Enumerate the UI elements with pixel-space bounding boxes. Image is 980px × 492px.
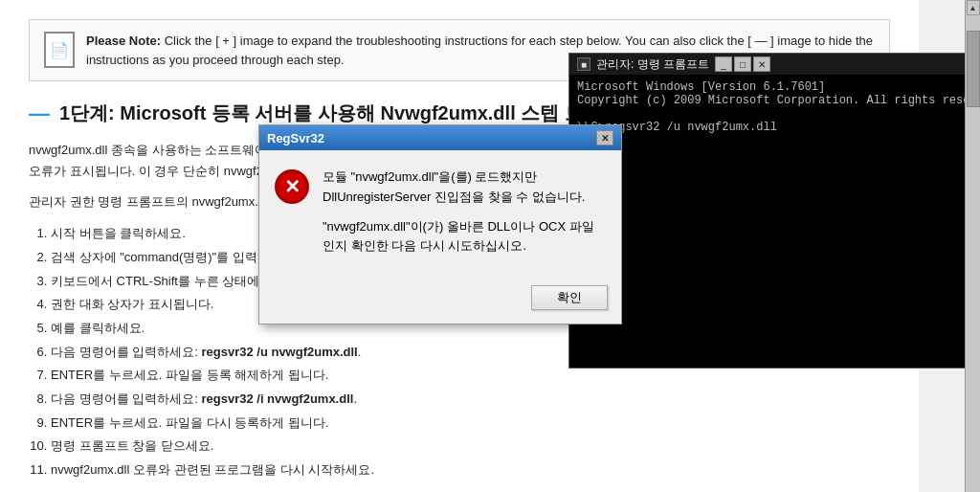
scrollbar-thumb[interactable] [967,31,980,107]
dialog-controls: ✕ [596,130,613,145]
cmd-line-2: Copyright (c) 2009 Microsoft Corporation… [577,94,971,107]
cmd-title: 관리자: 명령 프롬프트 [596,56,709,73]
dialog-titlebar: RegSvr32 ✕ [259,125,621,150]
list-item: 명령 프롬프트 창을 닫으세요. [51,435,890,458]
error-icon: ✕ [275,169,309,204]
dialog-ok-button[interactable]: 확인 [531,285,608,310]
list-item: nvwgf2umx.dll 오류와 관련된 프로그램을 다시 시작하세요. [51,458,890,482]
list-item: ENTER를 누르세요. 파일을 다시 등록하게 됩니다. [51,412,890,436]
cmd-line-5 [577,134,971,147]
cmd-icon: ■ [577,57,590,71]
list-item: 다음 명령어를 입력하세요: regsvr32 /i nvwgf2umx.dll… [51,388,890,412]
dialog-msg-line1: 모듈 "nvwgf2umx.dll"을(를) 로드했지만 DllUnregist… [323,168,606,208]
cmd-line-1: Microsoft Windows [Version 6.1.7601] [577,80,971,94]
cmd-window: ■ 관리자: 명령 프롬프트 _ □ ✕ Microsoft Windows [… [568,53,980,369]
dialog-message: 모듈 "nvwgf2umx.dll"을(를) 로드했지만 DllUnregist… [323,168,606,266]
cmd-body: Microsoft Windows [Version 6.1.7601] Cop… [569,75,979,368]
cmd-line-3 [577,107,971,121]
step-dash: — [29,101,50,126]
dialog-title: RegSvr32 [267,131,324,145]
cmd-minimize-btn[interactable]: _ [715,56,732,72]
cmd-titlebar: ■ 관리자: 명령 프롬프트 _ □ ✕ [569,54,979,75]
dialog-close-btn[interactable]: ✕ [596,130,613,145]
cmd-close-btn[interactable]: ✕ [753,56,770,72]
scrollbar-track: ▲ [965,0,980,492]
step-title: 1단계: Microsoft 등록 서버를 사용해 Nvwgf2umx.dll … [59,101,584,126]
cmd-window-controls: _ □ ✕ [715,56,770,72]
regsvr32-dialog: RegSvr32 ✕ ✕ 모듈 "nvwgf2umx.dll"을(를) 로드했지… [258,124,622,324]
cmd-prompt: \LG> [577,147,971,161]
dialog-msg-line2: "nvwgf2umx.dll"이(가) 올바른 DLL이나 OCX 파일인지 확… [323,217,606,257]
scrollbar-up-arrow[interactable]: ▲ [967,0,980,15]
note-label: Please Note: [86,34,161,48]
cmd-maximize-btn[interactable]: □ [734,56,751,72]
dialog-body: ✕ 모듈 "nvwgf2umx.dll"을(를) 로드했지만 DllUnregi… [259,150,621,280]
dialog-footer: 확인 [259,280,621,324]
note-icon: 📄 [44,32,75,68]
cmd-line-4: \LG>regsvr32 /u nvwgf2umx.dll [577,121,971,134]
